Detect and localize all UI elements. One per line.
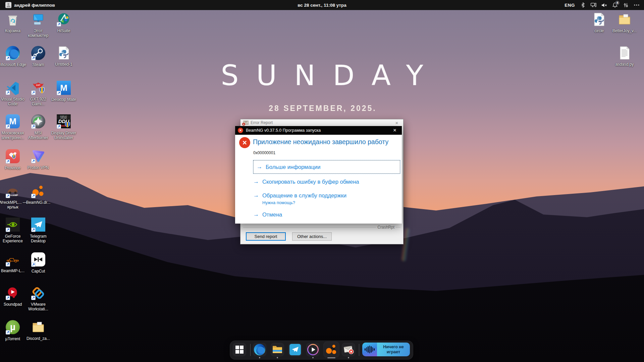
shortcut-arrow-icon [31, 228, 36, 232]
display-icon[interactable] [591, 2, 596, 8]
beamng-crash-dialog: × BeamNG v0.37.5.0 Программа запуска × ×… [235, 126, 402, 224]
link-label: Отмена [262, 212, 282, 218]
running-indicator [277, 357, 278, 358]
desktop-icon-label: Корзина [0, 28, 27, 33]
steam-icon [31, 46, 46, 61]
link-copy-error[interactable]: → Скопировать ошибку в буфер обмена [253, 178, 400, 185]
desktop-icon-untitled-py[interactable]: Untitled-1 [50, 46, 78, 67]
desktop-mate-icon: M [56, 81, 71, 96]
vmware-icon [31, 286, 46, 300]
shortcut-arrow-icon [57, 22, 61, 26]
clock[interactable]: вс 28 сент., 11:08 утра [0, 0, 644, 10]
link-contact-support[interactable]: → Обращение в службу поддержки [253, 192, 400, 199]
desktop-icon-label: Display Driver Uninstaller [50, 131, 78, 140]
bluetooth-icon[interactable] [580, 2, 586, 8]
crashrpt-groupbox: CrashRpt [243, 227, 400, 228]
desktop-icon-label: VMware Workstati... [24, 302, 52, 311]
error-badge-icon: x [242, 123, 245, 126]
desktop-icon-asdasd-py[interactable]: asdasd.py [610, 46, 639, 67]
crash-error-code: 0x00000001 [253, 150, 275, 155]
crashrpt-label: CrashRpt [376, 225, 396, 230]
telegram-icon [289, 344, 301, 355]
dock-start-button[interactable] [233, 343, 246, 356]
link-more-info[interactable]: → Больше информации [253, 160, 400, 174]
overflow-menu-icon[interactable] [634, 2, 639, 8]
desktop-icon-discord-folder[interactable]: Discord_za... [24, 320, 52, 341]
desktop-icon-gxt922[interactable]: GXT GXT 922 Gami... [24, 80, 52, 106]
shortcut-arrow-icon [6, 124, 10, 129]
shortcut-arrow-icon [31, 262, 36, 267]
desktop-icon-betterjoy-folder[interactable]: BetterJoy_v... [610, 12, 639, 33]
support-sub-label: Нужна помощь? [262, 200, 295, 205]
shortcut-arrow-icon [6, 194, 10, 198]
desktop-icon-beamng[interactable]: BeamNG.dr... [24, 184, 52, 205]
proton-vpn-icon [31, 149, 46, 164]
desktop-icon-label: HiSuite [50, 28, 78, 33]
desktop-icon-ddu[interactable]: DISPLAY DRIVER DDU Display Driver Uninst… [50, 114, 78, 140]
desktop-icon-label: asdasd.py [610, 62, 639, 67]
dock-media-player-button[interactable] [306, 343, 320, 356]
recycle-bin-icon [5, 12, 20, 27]
arrow-right-icon: → [257, 164, 262, 170]
desktop-icon-province[interactable]: Province [0, 149, 27, 170]
shortcut-arrow-icon [31, 159, 36, 163]
desktop-icon-recycle-bin[interactable]: Корзина [0, 12, 27, 33]
desktop-icon-label: Soundpad [0, 302, 27, 307]
error-report-titlebar: x Error Report × [240, 119, 403, 126]
desktop-icon-microsoft-edge[interactable]: Microsoft Edge [0, 46, 27, 67]
notifications-bell-icon[interactable]: 4 [612, 2, 618, 8]
desktop-icon-beammp[interactable]: BeamMP-L... [0, 252, 27, 273]
beamng-icon [325, 343, 338, 356]
desktop-icon-mes[interactable]: M Московская электронн... [0, 114, 27, 140]
error-circle-icon: × [238, 128, 243, 133]
close-icon[interactable]: × [392, 119, 402, 126]
desktop-icon-label: Московская электронн... [0, 131, 27, 140]
link-cancel[interactable]: → Отмена [253, 211, 400, 218]
desktop-icon-proton-vpn[interactable]: Proton VPN [24, 149, 52, 170]
desktop-icon-soundpad[interactable]: Soundpad [0, 286, 27, 307]
desktop-icon-telegram[interactable]: Telegram Desktop [24, 217, 52, 243]
desktop-icon-label: circle [585, 28, 613, 33]
shortcut-arrow-icon [57, 124, 61, 129]
desktop-icon-vscode[interactable]: Visual Studio Code [0, 80, 27, 106]
desktop-icon-wreckmp[interactable]: WreckMP WreckMPL... — ярлык [0, 184, 27, 209]
vscode-icon [5, 80, 20, 95]
send-report-button[interactable]: Send report [246, 232, 286, 241]
quick-settings-icon[interactable] [623, 2, 629, 8]
utorrent-icon: µ [5, 320, 20, 335]
dock-edge-button[interactable] [253, 343, 266, 356]
desktop-icon-label: Visual Studio Code [0, 97, 27, 106]
error-report-app-icon: x [243, 121, 249, 125]
desktop-icon-label: Province [0, 166, 27, 170]
dock-separator [359, 344, 359, 356]
desktop-icon-this-pc[interactable]: Этот компьютер [24, 12, 52, 38]
running-indicator [259, 357, 260, 358]
province-icon [5, 149, 20, 164]
desktop-icon-label: Discord_za... [24, 336, 52, 341]
dock-beamng-button[interactable] [323, 342, 339, 358]
desktop-icon-label: Steam [24, 62, 52, 67]
desktop-icon-steam[interactable]: Steam [24, 46, 52, 67]
close-icon[interactable]: × [388, 126, 402, 135]
dock-music-widget[interactable]: Ничего не играет [362, 343, 410, 356]
desktop-icon-msi-afterburner[interactable]: MSI Afterburner [24, 114, 52, 140]
dock-mail-error-button[interactable] [342, 343, 355, 356]
volume-muted-icon[interactable] [601, 2, 607, 8]
desktop-icon-label: BeamNG.dr... [24, 200, 52, 205]
desktop-icon-utorrent[interactable]: µ µTorrent [0, 320, 27, 341]
desktop-icon-desktop-mate[interactable]: M Desktop Mate [50, 80, 78, 102]
error-circle-icon: × [239, 137, 250, 148]
desktop-icon-geforce[interactable]: GeForce Experience [0, 217, 27, 243]
link-label: Скопировать ошибку в буфер обмена [262, 179, 359, 185]
desktop-icon-capcut[interactable]: CapCut [24, 252, 52, 274]
dock-explorer-button[interactable] [271, 343, 284, 356]
dock-telegram-button[interactable] [288, 343, 302, 356]
other-actions-button[interactable]: Other actions... [292, 232, 332, 241]
desktop-icon-hisuite[interactable]: HiSuite [50, 12, 78, 33]
desktop-icon-vmware[interactable]: VMware Workstati... [24, 286, 52, 311]
desktop-icon-label: WreckMPL... — ярлык [0, 200, 27, 209]
crash-heading: Приложение неожиданно завершило работу [253, 138, 388, 146]
language-indicator[interactable]: ENG [565, 3, 575, 8]
capcut-icon [31, 252, 46, 267]
desktop-icon-circle-py[interactable]: circle [585, 12, 613, 33]
